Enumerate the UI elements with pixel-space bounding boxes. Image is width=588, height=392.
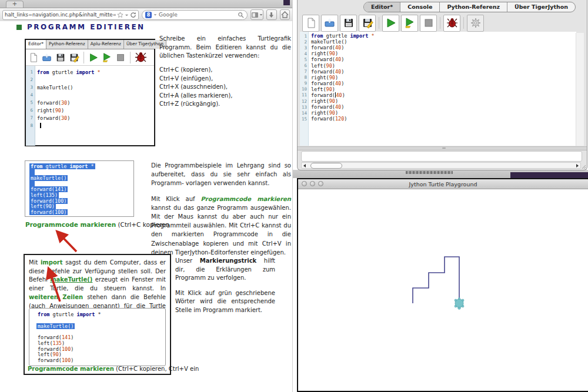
code-segment: 100	[55, 198, 64, 204]
stop-button[interactable]	[420, 15, 437, 32]
horizontal-scrollbar[interactable]	[301, 162, 581, 169]
code-line: makeTurtle()	[35, 323, 165, 329]
output-panel[interactable]	[301, 151, 582, 162]
turtle-canvas[interactable]	[298, 189, 588, 391]
minimize-window-icon[interactable]	[310, 181, 315, 186]
scroll-left-arrow[interactable]	[302, 163, 308, 168]
debug-button[interactable]	[443, 15, 460, 32]
toolbar-separator	[130, 52, 131, 63]
code-segment: forward(	[37, 100, 61, 106]
resize-grip[interactable]	[582, 165, 586, 169]
tab-python-referenz[interactable]: Python-Referenz	[46, 40, 88, 49]
text-segment: Markierungstrick	[200, 257, 257, 264]
bookmarks-panel-button[interactable]	[250, 9, 263, 20]
run-selection-button[interactable]	[401, 15, 418, 32]
toolbar-separator	[463, 17, 464, 29]
shortcut-list: Ctrl+C (kopieren),Ctrl+V (einfügen),Ctrl…	[159, 66, 232, 109]
reload-icon[interactable]	[130, 12, 136, 18]
code-segment: makeTurtle()	[31, 175, 66, 181]
code-segment: 40	[336, 92, 342, 98]
run-selection-icon[interactable]	[102, 52, 112, 63]
code-segment: )	[64, 186, 66, 192]
new-file-button[interactable]	[302, 15, 319, 32]
mini-editor-code[interactable]: 1from gturtle import *2 3makeTurtle()4 5…	[26, 66, 154, 146]
search-engine-dropdown-icon[interactable]	[153, 13, 157, 16]
code-line: 7forward(30)	[26, 114, 154, 122]
code-line: 4	[26, 91, 154, 99]
code-segment: forward(	[31, 209, 55, 215]
code-segment: )	[341, 56, 344, 62]
playground-titlebar[interactable]: Jython Turtle Playground	[298, 179, 588, 189]
save-icon[interactable]	[55, 52, 66, 63]
save-button[interactable]	[340, 15, 357, 32]
tab--ber-tigerjython[interactable]: Über TigerJython	[507, 2, 575, 12]
turtle-sprite	[455, 297, 464, 309]
new-file-icon	[305, 17, 317, 29]
scroll-right-arrow[interactable]	[574, 163, 580, 168]
line-number: 6	[300, 63, 308, 68]
code-segment: import	[350, 33, 369, 39]
settings-button[interactable]	[467, 15, 484, 32]
code-segment: )	[335, 110, 338, 116]
url-field[interactable]: halt_links=navigation.inc.php&inhalt_mit…	[2, 10, 139, 20]
code-segment: right(	[311, 75, 329, 81]
pane-splitter[interactable]	[298, 146, 587, 150]
code-segment: makeTurtle()	[38, 323, 74, 329]
code-segment: )	[341, 104, 344, 110]
zoom-window-icon[interactable]	[318, 181, 323, 186]
tab-editor-[interactable]: Editor*	[364, 2, 400, 12]
browser-tab-strip: +	[0, 0, 292, 8]
search-field[interactable]: 8 Google	[142, 10, 248, 20]
green-link[interactable]: Programmcode markieren	[201, 196, 291, 202]
code-segment: )	[55, 192, 58, 198]
code-line: 8	[26, 122, 154, 129]
url-dropdown-icon[interactable]	[125, 13, 129, 17]
close-window-icon[interactable]	[302, 181, 307, 186]
downloads-button[interactable]	[266, 9, 277, 20]
save-as-icon[interactable]	[69, 52, 79, 63]
tab-aplu-referenz[interactable]: Aplu-Referenz	[88, 40, 124, 49]
new-tab-button[interactable]: +	[6, 1, 24, 8]
code-segment: 40	[335, 56, 341, 62]
mini-editor-window: Editor*Python-ReferenzAplu-ReferenzÜber …	[25, 39, 155, 146]
red-arrow-icon	[42, 264, 66, 303]
search-engine-icon[interactable]: 8	[145, 12, 152, 18]
open-file-button[interactable]	[321, 15, 338, 32]
run-icon[interactable]	[88, 52, 99, 63]
code-segment: 90	[46, 203, 52, 209]
bookmark-star-icon[interactable]	[117, 12, 123, 18]
text-segment: Unser	[175, 257, 200, 264]
open-file-icon[interactable]	[42, 52, 52, 63]
new-file-icon[interactable]	[28, 52, 39, 63]
stop-icon[interactable]	[115, 52, 126, 63]
search-icon[interactable]	[238, 12, 244, 18]
line-number: 12	[300, 99, 308, 104]
code-line: 15forward(120)	[300, 116, 576, 122]
code-segment: *	[97, 69, 100, 75]
code-line	[35, 329, 165, 334]
green-link[interactable]: Programmcode markieren	[28, 366, 114, 372]
text-segment: Mit	[29, 259, 41, 266]
tab-python-referenz[interactable]: Python-Referenz	[440, 2, 507, 12]
editor-code-area[interactable]: 1from gturtle import *2makeTurtle()3forw…	[300, 32, 576, 146]
home-button[interactable]	[280, 9, 290, 20]
tab-console[interactable]: Console	[400, 2, 440, 12]
line-number: 6	[26, 108, 34, 113]
code-segment: gturtle	[49, 311, 76, 317]
vertical-scrollbar[interactable]	[576, 33, 584, 146]
line-number: 4	[26, 92, 34, 98]
tab-editor-[interactable]: Editor*	[26, 40, 46, 49]
page-title: PROGRAMM EDITIEREN	[27, 23, 145, 31]
scroll-thumb[interactable]	[310, 163, 342, 169]
code-segment: gturtle	[323, 33, 350, 39]
save-as-button[interactable]	[359, 15, 376, 32]
run-button[interactable]	[382, 15, 399, 32]
code-segment: right(	[311, 98, 329, 104]
green-link[interactable]: Programmcode markieren	[25, 221, 116, 228]
toolbar-separator	[379, 17, 379, 29]
list-item: Ctrl+V (einfügen),	[159, 75, 232, 83]
debug-icon[interactable]	[135, 51, 147, 63]
stop-icon	[423, 17, 435, 29]
explanation-paragraphs: Die Programmbeispiele im Lehrgang sind s…	[151, 161, 291, 263]
code-segment: forward(	[38, 357, 62, 363]
